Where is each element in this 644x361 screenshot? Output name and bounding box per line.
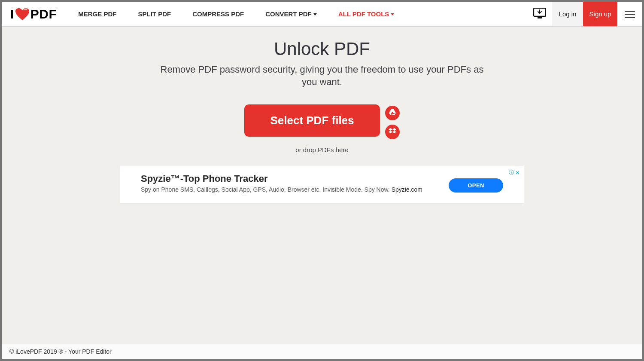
logo-prefix: I [10, 7, 14, 21]
site-logo[interactable]: I PDF [10, 7, 57, 21]
header-actions: Log in Sign up [527, 2, 642, 26]
select-pdf-files-button[interactable]: Select PDF files [244, 104, 380, 137]
login-label: Log in [559, 10, 577, 18]
file-select-row: Select PDF files [2, 104, 642, 139]
ad-cta-label: OPEN [468, 182, 484, 189]
nav-split-pdf[interactable]: SPLIT PDF [138, 10, 171, 18]
google-drive-button[interactable] [385, 106, 400, 120]
login-button[interactable]: Log in [552, 2, 583, 26]
menu-button[interactable] [617, 2, 642, 26]
page-footer: © iLovePDF 2019 ® - Your PDF Editor [2, 344, 642, 359]
svg-rect-1 [538, 17, 542, 18]
signup-label: Sign up [589, 10, 611, 18]
nav-split-label: SPLIT PDF [138, 10, 171, 18]
nav-compress-label: COMPRESS PDF [192, 10, 244, 18]
logo-suffix: PDF [30, 7, 57, 21]
nav-compress-pdf[interactable]: COMPRESS PDF [192, 10, 244, 18]
main-content: Unlock PDF Remove PDF password security,… [2, 27, 642, 203]
cloud-source-buttons [385, 106, 400, 139]
chevron-down-icon [313, 13, 317, 15]
dropbox-icon [389, 128, 396, 136]
desktop-download-icon [533, 8, 546, 21]
chevron-down-icon [391, 13, 394, 15]
main-nav: MERGE PDF SPLIT PDF COMPRESS PDF CONVERT… [78, 10, 394, 18]
ad-source: Spyzie.com [392, 186, 422, 193]
advertisement-banner[interactable]: ⓘ ✕ Spyzie™-Top Phone Tracker Spy on Pho… [120, 166, 524, 203]
heart-icon [15, 8, 30, 21]
desktop-app-button[interactable] [527, 2, 552, 26]
top-navbar: I PDF MERGE PDF SPLIT PDF COMPRESS PDF C… [2, 2, 642, 27]
page-subtitle: Remove PDF password security, giving you… [159, 64, 485, 88]
nav-all-tools-label: ALL PDF TOOLS [338, 10, 389, 18]
nav-merge-pdf[interactable]: MERGE PDF [78, 10, 116, 18]
nav-convert-pdf[interactable]: CONVERT PDF [265, 10, 317, 18]
nav-all-pdf-tools[interactable]: ALL PDF TOOLS [338, 10, 395, 18]
ad-open-button[interactable]: OPEN [449, 178, 503, 193]
page-title: Unlock PDF [2, 39, 642, 59]
google-drive-icon [389, 109, 396, 117]
nav-convert-label: CONVERT PDF [265, 10, 312, 18]
select-button-label: Select PDF files [270, 114, 354, 127]
hamburger-icon [625, 11, 635, 18]
footer-copyright: © iLovePDF 2019 ® - Your PDF Editor [9, 348, 635, 355]
signup-button[interactable]: Sign up [583, 2, 617, 26]
dropbox-button[interactable] [385, 125, 400, 139]
ad-close-icon[interactable]: ✕ [515, 170, 519, 176]
drop-hint: or drop PDFs here [2, 146, 642, 153]
ad-desc-text: Spy on Phone SMS, Calllogs, Social App, … [141, 186, 392, 193]
nav-merge-label: MERGE PDF [78, 10, 116, 18]
ad-controls: ⓘ ✕ [509, 169, 519, 176]
ad-info-icon[interactable]: ⓘ [509, 169, 514, 176]
